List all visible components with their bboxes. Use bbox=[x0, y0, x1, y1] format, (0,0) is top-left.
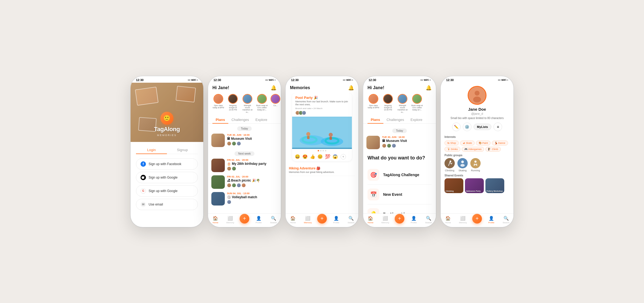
memory-label-4: Memory bbox=[382, 221, 389, 224]
interest-drinks[interactable]: 🍹 Drinks bbox=[444, 147, 460, 152]
story-3[interactable]: Midnight movie marathon at m... bbox=[242, 94, 253, 114]
group-running[interactable]: Running bbox=[470, 158, 481, 172]
interest-skate[interactable]: ⛸ Skate bbox=[460, 141, 475, 145]
search-label-4: Search bbox=[425, 221, 432, 224]
attendee-1 bbox=[227, 141, 231, 146]
event-birthday[interactable]: FRI 02. JUL · 20:00 🎂 My 28th birthday p… bbox=[211, 157, 278, 174]
nav-search-2[interactable]: 🔍 Search bbox=[268, 216, 279, 224]
event-beach[interactable]: FRI 02. JUL · 20:00 🏖 Beach picnic 🎉🌴 bbox=[211, 174, 278, 190]
nav-memory-5[interactable]: ⬜ Memory bbox=[457, 216, 468, 224]
story-label-4-3: Midnight movie marathon at m... bbox=[397, 105, 408, 114]
tab-challenges-4[interactable]: Challenges bbox=[383, 116, 407, 123]
menu-btn[interactable]: ≡ bbox=[494, 123, 502, 131]
shared-event-halloween[interactable]: Halloween Party bbox=[465, 178, 484, 193]
interest-shop[interactable]: 🛍 Shop bbox=[444, 141, 459, 145]
story-4[interactable]: Book swap at Ch's coffee today at t... bbox=[256, 94, 268, 114]
google-signup-btn[interactable]: G Sign up with Google bbox=[136, 185, 198, 197]
nav-plus-3[interactable]: + bbox=[317, 214, 327, 224]
interest-dance[interactable]: 💃 Dance bbox=[492, 141, 508, 145]
story-4-1[interactable]: Gym class today at BPM bbox=[368, 94, 379, 114]
nav-memory-3[interactable]: ⬜ Memory bbox=[302, 216, 313, 224]
nav-home-5[interactable]: 🏠 Home bbox=[443, 216, 453, 224]
event-date-beach: FRI 02. JUL · 20:00 bbox=[227, 175, 278, 178]
my-lists-btn[interactable]: MyLists bbox=[474, 124, 492, 130]
bell-icon-4[interactable]: 🔔 bbox=[426, 85, 432, 91]
story-2[interactable]: tangoing tonight at 10:30 PM bbox=[227, 94, 239, 114]
reaction-smile[interactable]: 😊 bbox=[317, 154, 323, 159]
bell-icon-2[interactable]: 🔔 bbox=[271, 85, 276, 91]
reaction-shock[interactable]: 😱 bbox=[332, 154, 338, 159]
event-name-volleyball: 🏐 Volleyball match bbox=[227, 195, 278, 199]
bell-icon-3[interactable]: 🔔 bbox=[348, 85, 354, 91]
event-museum[interactable]: TUE 30. JUN · 16:00 🏛 Museum Visit bbox=[211, 132, 278, 149]
reaction-love[interactable]: 😍 bbox=[302, 154, 308, 159]
nav-search-5[interactable]: 🔍 Search bbox=[501, 216, 512, 224]
nav-profile-3[interactable]: 👤 Profile bbox=[331, 216, 342, 224]
event-date-museum: TUE 30. JUN · 16:00 bbox=[227, 134, 278, 136]
nav-profile-5[interactable]: 👤 Profile bbox=[486, 216, 497, 224]
interest-climb[interactable]: 🧗 Climb bbox=[485, 147, 501, 152]
nav-search-4[interactable]: 🔍 Search bbox=[423, 216, 434, 224]
story-1[interactable]: Gym class today at BPM bbox=[212, 94, 224, 114]
shared-event-pottery[interactable]: Pottery Workshop bbox=[485, 178, 504, 193]
story-4-2[interactable]: tangoing tonight at 10:30 PM bbox=[382, 94, 394, 114]
home-label-5: Home bbox=[445, 221, 451, 224]
action-event[interactable]: 📅 New Event bbox=[368, 185, 432, 204]
story-4-3[interactable]: Midnight movie marathon at m... bbox=[397, 94, 408, 114]
tab-signup[interactable]: Signup bbox=[167, 146, 198, 154]
svg-point-5 bbox=[306, 132, 310, 136]
reaction-100[interactable]: 💯 bbox=[325, 154, 330, 159]
nav-plus-2[interactable]: + bbox=[240, 214, 249, 224]
tab-challenges-2[interactable]: Challenges bbox=[228, 116, 252, 123]
nav-plus-4[interactable]: + bbox=[395, 214, 404, 224]
story-avatar-1 bbox=[214, 94, 223, 104]
nav-search-3[interactable]: 🔍 Search bbox=[346, 216, 356, 224]
dot-2 bbox=[320, 150, 321, 151]
today-label: Today bbox=[237, 126, 252, 131]
google-icon: G bbox=[141, 188, 146, 194]
interest-paint[interactable]: 🎨 Paint bbox=[476, 141, 491, 145]
group-climbing[interactable]: Climbing bbox=[444, 158, 455, 172]
event-details-volleyball: SUN 04. JUL · 13:00 🏐 Volleyball match bbox=[227, 192, 278, 204]
group-skating[interactable]: Skating bbox=[457, 158, 468, 172]
group-name-skating: Skating bbox=[458, 169, 467, 172]
action-idea[interactable]: 💡 TagAlong Idea bbox=[368, 204, 432, 213]
event-volleyball[interactable]: SUN 04. JUL · 13:00 🏐 Volleyball match bbox=[211, 190, 278, 207]
nav-home-2[interactable]: 🏠 Home bbox=[210, 216, 221, 224]
memory-card-pool[interactable]: Pool Party 🎉 Memories from our last brun… bbox=[292, 93, 352, 161]
story-5[interactable]: Co... bbox=[271, 94, 280, 114]
edit-profile-btn[interactable]: ✏️ bbox=[452, 123, 461, 131]
email-signup-btn[interactable]: ✉ Use email bbox=[136, 199, 198, 210]
reaction-thumbs[interactable]: 👍 bbox=[310, 154, 315, 159]
reaction-laugh[interactable]: 😄 bbox=[295, 154, 300, 159]
time-3: 12:30 bbox=[291, 78, 299, 82]
nav-home-3[interactable]: 🏠 Home bbox=[288, 216, 298, 224]
nav-home-4[interactable]: 🏠 Home bbox=[365, 216, 376, 224]
shared-event-label-climbing: Climbing bbox=[446, 190, 454, 192]
action-challenge[interactable]: 🎯 TagAlong Challenge bbox=[368, 165, 432, 185]
memory-hiking[interactable]: Hiking Adventure 🎒 Memories from our gre… bbox=[289, 164, 355, 176]
reaction-more[interactable]: + bbox=[341, 154, 346, 159]
apple-signup-btn[interactable]: Sign up with Google bbox=[136, 172, 198, 183]
profile-bio: Small bio with space limited to 80 chara… bbox=[450, 116, 503, 120]
nav-plus-5[interactable]: + bbox=[472, 214, 482, 224]
event-details-birthday: FRI 02. JUL · 20:00 🎂 My 28th birthday p… bbox=[227, 159, 278, 171]
tab-explore-2[interactable]: Explore bbox=[252, 116, 271, 123]
story-label-4-4: Book swap at Ch's coffee today at t... bbox=[411, 105, 423, 111]
tab-plans-4[interactable]: Plans bbox=[368, 116, 383, 123]
nav-memory-2[interactable]: ⬜ Memory bbox=[225, 216, 236, 224]
event-name-museum: 🏛 Museum Visit bbox=[227, 137, 278, 141]
nav-profile-2[interactable]: 👤 Profile bbox=[253, 216, 264, 224]
event-museum-4[interactable]: TUE 30. JUN · 16:00 🏛 Museum Visit bbox=[366, 134, 433, 151]
tab-login[interactable]: Login bbox=[136, 146, 167, 154]
interest-games[interactable]: 🎮 Videogames bbox=[462, 147, 484, 152]
tab-explore-4[interactable]: Explore bbox=[407, 116, 426, 123]
facebook-signup-btn[interactable]: f Sign up with Facebook bbox=[136, 158, 198, 170]
story-4-4[interactable]: Book swap at Ch's coffee today at t... bbox=[411, 94, 423, 114]
event-date-museum-4: TUE 30. JUN · 16:00 bbox=[382, 136, 433, 138]
nav-memory-4[interactable]: ⬜ Memory bbox=[380, 216, 391, 224]
settings-btn[interactable]: ⚙️ bbox=[463, 123, 471, 131]
shared-event-climbing[interactable]: Climbing bbox=[444, 178, 463, 193]
tab-plans-2[interactable]: Plans bbox=[212, 116, 228, 123]
nav-profile-4[interactable]: 👤 Profile bbox=[408, 216, 419, 224]
